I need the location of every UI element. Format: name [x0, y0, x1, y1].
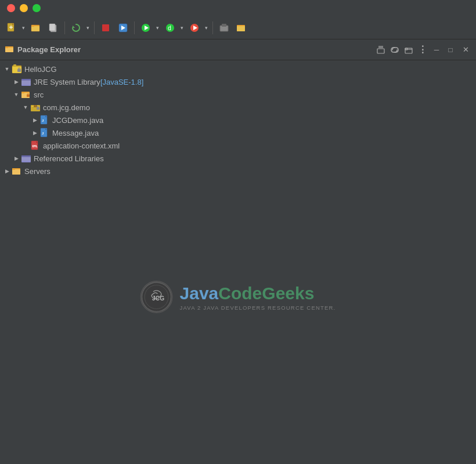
tree-arrow-package[interactable] — [21, 101, 30, 114]
main-toolbar: ▾ ▾ — [0, 16, 476, 39]
view-menu-button[interactable]: ⋮ — [416, 44, 429, 56]
svg-rect-33 — [13, 64, 16, 66]
tree-label-jre-version: [JavaSE-1.8] — [100, 78, 143, 86]
svg-rect-5 — [31, 26, 39, 31]
refresh-arrow[interactable]: ▾ — [84, 20, 91, 36]
src-icon — [21, 89, 31, 100]
close-panel-button[interactable]: ✕ — [460, 44, 471, 55]
svg-rect-6 — [31, 25, 34, 27]
collapse-all-button[interactable] — [374, 44, 387, 56]
tree-arrow-jcgdemo[interactable] — [30, 114, 39, 126]
svg-rect-65 — [12, 169, 20, 175]
maximize-panel-button[interactable]: □ — [444, 44, 457, 56]
tree-label-message: Message.java — [52, 129, 99, 137]
debug-arrow[interactable]: ▾ — [178, 20, 185, 36]
tree-arrow-servers[interactable] — [2, 165, 12, 177]
watermark-geeks: Geeks — [262, 284, 314, 303]
tree-item-jcgdemo[interactable]: J JCGDemo.java — [0, 114, 476, 126]
open-button[interactable] — [28, 20, 44, 36]
tree-label-src: src — [34, 90, 44, 99]
watermark-java: Java — [180, 284, 219, 303]
tool2-button[interactable] — [233, 20, 250, 36]
jre-icon — [21, 77, 31, 87]
tree-label-HelloJCG: HelloJCG — [24, 65, 57, 74]
tree-item-HelloJCG[interactable]: HelloJCG — [0, 63, 476, 75]
run-ext-button[interactable] — [186, 20, 203, 36]
folder-button[interactable] — [402, 44, 415, 56]
panel-icon — [5, 44, 14, 55]
servers-icon — [12, 166, 22, 176]
svg-rect-48 — [37, 107, 39, 110]
tree-view: HelloJCG JRE System Library [JavaSE-1.8] — [0, 60, 476, 464]
svg-rect-44 — [27, 95, 30, 97]
stop-button[interactable] — [98, 20, 114, 36]
tree-label-reflib: Referenced Libraries — [34, 154, 104, 163]
svg-rect-34 — [17, 69, 21, 72]
maximize-button[interactable] — [33, 4, 41, 12]
svg-rect-29 — [405, 48, 412, 53]
toolbar-separator-2 — [94, 21, 95, 34]
tree-item-package[interactable]: com.jcg.demo — [0, 101, 476, 114]
refresh-group: ▾ — [68, 20, 91, 36]
tool1-button[interactable] — [216, 20, 232, 36]
package-icon — [30, 102, 41, 113]
svg-text:J: J — [42, 118, 44, 123]
package-explorer-panel: Package Explorer — [0, 39, 476, 464]
xml-file-icon: XML — [30, 140, 41, 151]
run-ext-group: ▾ — [186, 20, 210, 36]
copy-button[interactable] — [45, 20, 62, 36]
panel-title: Package Explorer — [17, 45, 371, 54]
tree-item-xml[interactable]: XML application-context.xml — [0, 139, 476, 152]
run-arrow[interactable]: ▾ — [154, 20, 161, 36]
run-ext-arrow[interactable]: ▾ — [203, 20, 210, 36]
svg-rect-43 — [21, 92, 24, 93]
tree-item-servers[interactable]: Servers — [0, 165, 476, 177]
watermark-code: Code — [218, 284, 262, 303]
tree-label-package: com.jcg.demo — [43, 103, 90, 112]
new-button-arrow[interactable]: ▾ — [20, 20, 27, 36]
run-group: ▾ — [138, 20, 161, 36]
tree-arrow-src[interactable] — [12, 88, 21, 101]
svg-rect-10 — [102, 24, 109, 31]
new-button[interactable] — [3, 20, 20, 36]
tree-item-jre[interactable]: JRE System Library [JavaSE-1.8] — [0, 75, 476, 88]
toolbar-separator-1 — [64, 21, 65, 34]
svg-text:J: J — [42, 131, 44, 136]
refresh-button[interactable] — [68, 20, 84, 36]
svg-rect-24 — [5, 48, 13, 52]
toolbar-separator-3 — [134, 21, 135, 34]
tree-item-reflib[interactable]: Referenced Libraries — [0, 152, 476, 165]
minimize-panel-button[interactable]: ─ — [430, 44, 443, 56]
watermark: JCG Java Code Geeks Java 2 Java Develope… — [140, 281, 336, 313]
svg-text:JCG: JCG — [152, 295, 164, 302]
svg-rect-66 — [12, 168, 15, 170]
svg-rect-26 — [377, 49, 384, 53]
tree-arrow-reflib[interactable] — [12, 152, 21, 165]
toolbar-separator-4 — [212, 21, 213, 34]
debug-group: d ▾ — [162, 20, 185, 36]
tree-arrow-HelloJCG[interactable] — [2, 63, 12, 75]
svg-rect-36 — [21, 79, 31, 81]
run-button[interactable] — [138, 20, 154, 36]
svg-rect-59 — [21, 155, 31, 157]
tree-item-message[interactable]: J Message.java — [0, 126, 476, 139]
minimize-button[interactable] — [20, 4, 28, 12]
java-file-icon-jcgdemo: J — [39, 115, 50, 125]
close-button[interactable] — [7, 4, 15, 12]
tree-arrow-jre[interactable] — [12, 75, 21, 88]
debug-button[interactable]: d — [162, 20, 178, 36]
tree-label-servers: Servers — [24, 167, 51, 176]
watermark-logo: JCG — [140, 281, 173, 313]
svg-marker-9 — [73, 26, 75, 28]
watermark-text-block: Java Code Geeks Java 2 Java Developers R… — [180, 284, 336, 311]
panel-header: Package Explorer — [0, 39, 476, 60]
svg-rect-8 — [49, 24, 55, 31]
tree-arrow-message[interactable] — [30, 126, 39, 139]
link-editor-button[interactable] — [388, 44, 401, 56]
new-button-group: ▾ — [3, 20, 27, 36]
svg-rect-20 — [222, 24, 226, 27]
svg-rect-25 — [5, 46, 8, 48]
tree-label-jcgdemo: JCGDemo.java — [52, 116, 103, 125]
tree-item-src[interactable]: src — [0, 88, 476, 101]
debug-step-button[interactable] — [115, 20, 131, 36]
